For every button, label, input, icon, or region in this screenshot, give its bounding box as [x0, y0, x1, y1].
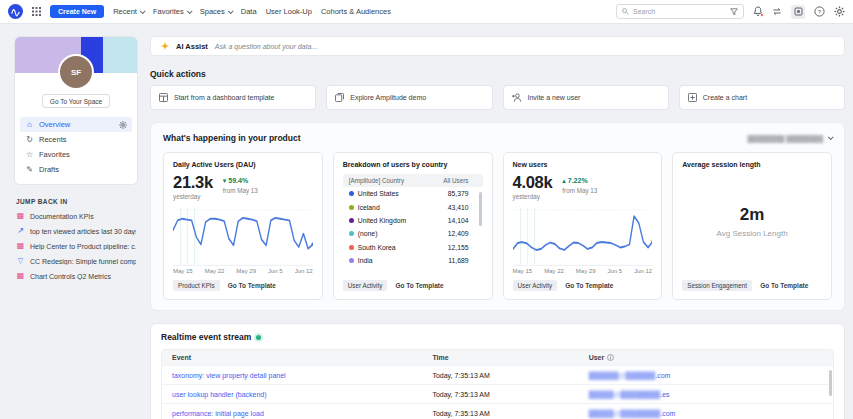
pencil-icon: ✎	[25, 166, 34, 174]
sparkle-icon	[161, 42, 169, 50]
country-row[interactable]: United Kingdom 14,104	[343, 214, 483, 227]
event-link[interactable]: performance: initial page load	[172, 410, 432, 417]
event-time: Today, 7:35:13 AM	[432, 372, 588, 379]
menu-user-look-up[interactable]: User Look-Up	[266, 7, 312, 16]
new-users-card: New users 4.08k yesterday ▴ 7.22% from M…	[503, 152, 663, 300]
country-row[interactable]: (none) 12,409	[343, 227, 483, 240]
user-email-masked[interactable]: █████@████████	[589, 391, 661, 398]
dau-card-title: Daily Active Users (DAU)	[173, 161, 313, 168]
country-row[interactable]: Iceland 43,410	[343, 200, 483, 213]
sidebar-item-label: Overview	[39, 120, 70, 129]
jump-back-in-item[interactable]: Documentation KPIs	[16, 212, 136, 220]
sidebar-item-drafts[interactable]: ✎ Drafts	[20, 162, 132, 177]
country-row[interactable]: South Korea 12,155	[343, 241, 483, 254]
amplitude-logo-icon[interactable]	[8, 4, 23, 19]
menu-recent[interactable]: Recent	[113, 7, 144, 16]
go-to-template-link[interactable]: Go To Template	[760, 282, 808, 289]
event-row[interactable]: performance: initial page load Today, 7:…	[162, 403, 833, 419]
user-email-masked[interactable]: █████@████████	[589, 410, 661, 417]
country-name: South Korea	[358, 244, 396, 251]
invite-new-user-button[interactable]: Invite a new user	[503, 85, 669, 110]
country-row[interactable]: United States 85,379	[343, 187, 483, 200]
table-scrollbar[interactable]	[829, 370, 832, 396]
new-users-compare: from May 13	[562, 187, 597, 194]
new-users-line-chart[interactable]	[513, 203, 653, 267]
country-row[interactable]: India 11,689	[343, 254, 483, 267]
ai-assist-placeholder[interactable]: Ask a question about your data...	[215, 43, 317, 50]
product-switcher-icon[interactable]	[791, 5, 805, 19]
sidebar-item-favorites[interactable]: ☆ Favorites	[20, 147, 132, 162]
invite-user-icon	[512, 93, 522, 102]
dau-card: Daily Active Users (DAU) 21.3k yesterday…	[163, 152, 323, 300]
whats-happening-title: What's happening in your product	[163, 133, 301, 143]
user-activity-tag[interactable]: User Activity	[343, 280, 388, 291]
create-new-button[interactable]: Create New	[50, 5, 104, 18]
avatar[interactable]: SF	[58, 54, 94, 90]
sidebar-item-recents[interactable]: ↻ Recents	[20, 132, 132, 147]
search-filter-icon[interactable]	[730, 8, 738, 16]
jump-back-in-item[interactable]: CC Redesign: Simple funnel comp...	[16, 257, 136, 265]
menu-data[interactable]: Data	[241, 7, 257, 16]
user-email-tld[interactable]: .com	[655, 372, 670, 379]
realtime-table: Event Time User taxonomy: view property …	[161, 349, 834, 419]
user-activity-tag[interactable]: User Activity	[513, 280, 558, 291]
go-to-template-link[interactable]: Go To Template	[565, 282, 613, 289]
search-icon	[622, 8, 629, 15]
create-a-chart-button[interactable]: Create a chart	[679, 85, 845, 110]
sidebar-item-overview[interactable]: ⌂ Overview	[20, 117, 132, 132]
jump-back-in-item[interactable]: Help Center to Product pipeline: c...	[16, 242, 136, 250]
product-kpis-tag[interactable]: Product KPIs	[173, 280, 220, 291]
chevron-down-icon	[187, 8, 193, 14]
start-from-dashboard-template-button[interactable]: Start from a dashboard template	[150, 85, 316, 110]
search-input[interactable]	[633, 8, 726, 15]
explore-amplitude-demo-button[interactable]: Explore Amplitude demo	[326, 85, 492, 110]
menu-spaces[interactable]: Spaces	[200, 7, 232, 16]
go-to-your-space-button[interactable]: Go To Your Space	[42, 94, 110, 108]
info-icon[interactable]	[607, 354, 614, 361]
jump-back-in-item[interactable]: Chart Controls Q2 Metrics	[16, 272, 136, 280]
jump-item-label: Help Center to Product pipeline: c...	[30, 243, 136, 250]
user-column-header: User	[589, 354, 605, 361]
overview-settings-gear-icon[interactable]	[119, 121, 127, 129]
notifications-bell-icon[interactable]	[753, 6, 763, 17]
user-email-tld[interactable]: .es	[660, 391, 669, 398]
user-email-masked[interactable]: ██████@██████	[589, 372, 656, 379]
menu-cohorts-audiences[interactable]: Cohorts & Audiences	[321, 7, 391, 16]
dashboard-template-icon	[159, 93, 168, 102]
chevron-down-icon	[140, 8, 146, 14]
user-email-tld[interactable]: .com	[660, 410, 675, 417]
recents-icon: ↻	[25, 136, 34, 144]
help-icon[interactable]: ?	[814, 6, 825, 17]
table-scrollbar[interactable]	[479, 192, 482, 226]
chevron-down-icon	[828, 134, 834, 140]
star-icon: ☆	[25, 151, 34, 159]
country-users-value: 85,379	[448, 190, 477, 197]
series-color-dot	[349, 245, 354, 250]
event-link[interactable]: taxonomy: view property detail panel	[172, 372, 432, 379]
session-engagement-tag[interactable]: Session Engagement	[682, 280, 752, 291]
menu-favorites[interactable]: Favorites	[153, 7, 191, 16]
country-name: India	[358, 257, 373, 264]
sidebar-item-label: Drafts	[39, 165, 59, 174]
go-to-template-link[interactable]: Go To Template	[395, 282, 443, 289]
jump-item-label: top ten viewed articles last 30 days	[30, 228, 136, 235]
search-box[interactable]	[616, 4, 744, 19]
dau-line-chart[interactable]	[173, 203, 313, 267]
ai-assist-bar[interactable]: AI Assist Ask a question about your data…	[150, 36, 845, 56]
live-indicator-dot	[256, 335, 261, 340]
project-selector-dropdown[interactable]: ████████ ████████	[748, 135, 833, 142]
country-column-header: [Amplitude] Country	[349, 177, 404, 184]
go-to-template-link[interactable]: Go To Template	[228, 282, 276, 289]
event-row[interactable]: taxonomy: view property detail panel Tod…	[162, 365, 833, 384]
content-type-icon	[16, 272, 25, 280]
main-content: AI Assist Ask a question about your data…	[150, 36, 845, 419]
country-rows: United States 85,379 Iceland 43,410 Unit…	[343, 187, 483, 267]
event-column-header: Event	[172, 354, 432, 361]
apps-grid-icon[interactable]	[32, 7, 41, 16]
home-icon: ⌂	[25, 121, 34, 129]
sync-arrows-icon[interactable]	[772, 7, 782, 16]
jump-back-in-item[interactable]: top ten viewed articles last 30 days	[16, 227, 136, 235]
event-link[interactable]: user lookup handler (backend)	[172, 391, 432, 398]
settings-gear-icon[interactable]	[834, 6, 845, 17]
event-row[interactable]: user lookup handler (backend) Today, 7:3…	[162, 384, 833, 403]
